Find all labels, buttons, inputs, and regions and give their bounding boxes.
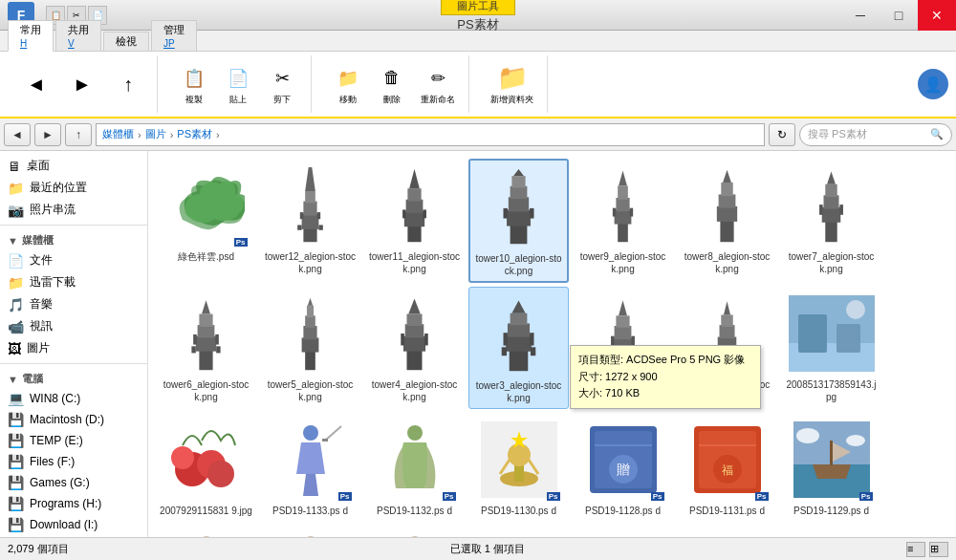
svg-rect-50	[191, 346, 195, 353]
move-btn[interactable]: 📁 移動	[327, 61, 369, 108]
list-item[interactable]	[260, 525, 360, 537]
list-item[interactable]: tower8_alegion-stock.png	[677, 159, 777, 283]
sidebar-item-win8[interactable]: 💻 WIN8 (C:)	[0, 388, 147, 409]
sidebar-item-pictures[interactable]: 🖼 圖片	[0, 337, 147, 359]
sidebar-item-downloads[interactable]: 📁 迅雷下載	[0, 271, 147, 293]
tab-view[interactable]: 檢視	[103, 32, 149, 51]
maximize-button[interactable]: □	[880, 0, 918, 31]
list-item[interactable]: tower4_alegion-stock.png	[364, 287, 465, 409]
sidebar-section-library[interactable]: ▼ 媒體櫃	[0, 229, 147, 249]
breadcrumb-pictures[interactable]: 圖片	[145, 127, 166, 141]
list-item[interactable]: tower1_alegion-stock.png	[677, 287, 777, 409]
list-item[interactable]: tower5_alegion-stock.png	[260, 287, 360, 409]
address-bar[interactable]: 媒體櫃 › 圖片 › PS素材 ›	[96, 123, 765, 146]
list-item[interactable]: tower7_alegion-stock.png	[781, 159, 881, 283]
list-item[interactable]	[364, 525, 465, 537]
photostream-icon: 📷	[8, 203, 24, 218]
breadcrumb-current[interactable]: PS素材	[177, 127, 212, 141]
sidebar-item-atlantis[interactable]: 🌐 atlantis4470@小...	[0, 535, 147, 537]
list-view-button[interactable]: ≡	[906, 542, 925, 557]
close-button[interactable]: ✕	[918, 0, 956, 31]
file-name: tower5_alegion-stock.png	[264, 378, 357, 403]
list-item[interactable]: Ps PSD19-1129.ps d	[781, 413, 881, 521]
sidebar-item-temp[interactable]: 💾 TEMP (E:)	[0, 430, 147, 451]
sidebar-item-games[interactable]: 💾 Games (G:)	[0, 472, 147, 493]
new-folder-btn[interactable]: 📁 新增資料夾	[485, 61, 539, 108]
tab-share[interactable]: 共用V	[55, 20, 101, 51]
sidebar-item-programs[interactable]: 💾 Programs (H:)	[0, 493, 147, 514]
list-item[interactable]: 2008513173859143.jpg	[781, 287, 881, 409]
ribbon-up-btn[interactable]: ↑	[107, 67, 149, 101]
up-button[interactable]: ↑	[65, 123, 92, 146]
main-area: 🖥 桌面 📁 最近的位置 📷 照片串流 ▼ 媒體櫃 📄 文件 📁 迅雷下載 🎵 …	[0, 151, 956, 537]
svg-rect-80	[631, 336, 635, 347]
list-item[interactable]: Ps PSD19-1133.ps d	[260, 413, 360, 521]
list-item[interactable]: 2007929115831 9.jpg	[156, 413, 256, 521]
back-button[interactable]: ◄	[4, 123, 31, 146]
paste-label: 貼上	[229, 94, 247, 106]
list-item[interactable]: Ps PSD19-1132.ps d	[364, 413, 465, 521]
file-name: PSD19-1130.ps d	[481, 505, 556, 517]
svg-rect-65	[510, 350, 529, 371]
svg-rect-23	[530, 208, 533, 219]
ribbon-active-tab[interactable]: 圖片工具	[441, 0, 515, 15]
tab-common[interactable]: 常用H	[8, 20, 54, 52]
paste-btn[interactable]: 📄 貼上	[217, 61, 259, 108]
list-item[interactable]: tower3_alegion-stock.png 項目類型: ACDSee Pr…	[468, 287, 569, 409]
svg-rect-49	[215, 334, 219, 345]
file-name: PSD19-1131.ps d	[689, 505, 765, 517]
user-avatar[interactable]: 👤	[918, 69, 948, 99]
sidebar-item-music[interactable]: 🎵 音樂	[0, 293, 147, 315]
list-item[interactable]: tower9_alegion-stock.png	[573, 159, 673, 283]
svg-rect-27	[618, 186, 628, 200]
tab-manage[interactable]: 管理JP	[151, 20, 197, 51]
rename-label: 重新命名	[421, 94, 455, 106]
list-item[interactable]: Ps 綠色祥雲.psd	[156, 159, 256, 283]
sidebar-item-desktop[interactable]: 🖥 桌面	[0, 155, 147, 177]
sidebar-item-mac[interactable]: 💾 Macintosh (D:)	[0, 409, 147, 430]
svg-rect-73	[531, 347, 535, 355]
list-item[interactable]: Ps PSD19-1130.ps d	[468, 413, 569, 521]
list-item[interactable]: 贈 Ps PSD19-1128.ps d	[573, 413, 673, 521]
cut-btn[interactable]: ✂ 剪下	[261, 61, 303, 108]
sidebar-section-computer[interactable]: ▼ 電腦	[0, 368, 147, 388]
sidebar-label-programs: Programs (H:)	[30, 497, 101, 510]
svg-rect-25	[615, 209, 632, 224]
ribbon-forward-btn[interactable]: ►	[61, 67, 103, 101]
list-item[interactable]: tower6_alegion-stock.png	[156, 287, 256, 409]
search-bar[interactable]: 搜尋 PS素材 🔍	[799, 123, 952, 146]
svg-marker-35	[723, 170, 731, 183]
title-bar: F 📋 ✂ 📄 圖片工具 PS素材 ─ □ ✕	[0, 0, 956, 31]
breadcrumb-library[interactable]: 媒體櫃	[102, 127, 134, 141]
rename-btn[interactable]: ✏ 重新命名	[415, 61, 461, 108]
sidebar-item-files[interactable]: 💾 Files (F:)	[0, 451, 147, 472]
file-name: tower9_alegion-stock.png	[576, 250, 669, 275]
file-thumbnail	[372, 528, 458, 537]
temp-icon: 💾	[8, 433, 24, 448]
minimize-button[interactable]: ─	[841, 0, 880, 31]
grid-view-button[interactable]: ⊞	[929, 542, 948, 557]
sidebar-item-documents[interactable]: 📄 文件	[0, 249, 147, 271]
list-item[interactable]: tower10_alegion-stock.png	[468, 159, 569, 283]
sidebar-item-photostream[interactable]: 📷 照片串流	[0, 199, 147, 221]
svg-rect-8	[318, 225, 322, 229]
sidebar-item-recent[interactable]: 📁 最近的位置	[0, 177, 147, 199]
list-item[interactable]	[156, 525, 256, 537]
svg-marker-13	[409, 169, 420, 188]
list-item[interactable]: 福 Ps PSD19-1131.ps d	[677, 413, 777, 521]
list-item[interactable]: tower2_alegion-stock.png	[573, 287, 673, 409]
svg-rect-76	[615, 326, 632, 339]
forward-button[interactable]: ►	[34, 123, 61, 146]
list-item[interactable]: tower11_alegion-stock.png	[364, 159, 465, 283]
sidebar-item-download[interactable]: 💾 Download (I:)	[0, 514, 147, 535]
delete-btn[interactable]: 🗑 刪除	[371, 61, 413, 108]
copy-btn[interactable]: 📋 複製	[173, 61, 215, 108]
list-item[interactable]: tower12_alegion-stock.png	[260, 159, 360, 283]
ribbon-back-btn[interactable]: ◄	[15, 67, 57, 101]
sidebar-item-video[interactable]: 📹 視訊	[0, 315, 147, 337]
desktop-icon: 🖥	[8, 159, 21, 174]
svg-rect-72	[502, 347, 507, 355]
refresh-button[interactable]: ↻	[769, 123, 795, 146]
svg-point-101	[407, 425, 423, 441]
file-thumbnail	[268, 291, 354, 377]
